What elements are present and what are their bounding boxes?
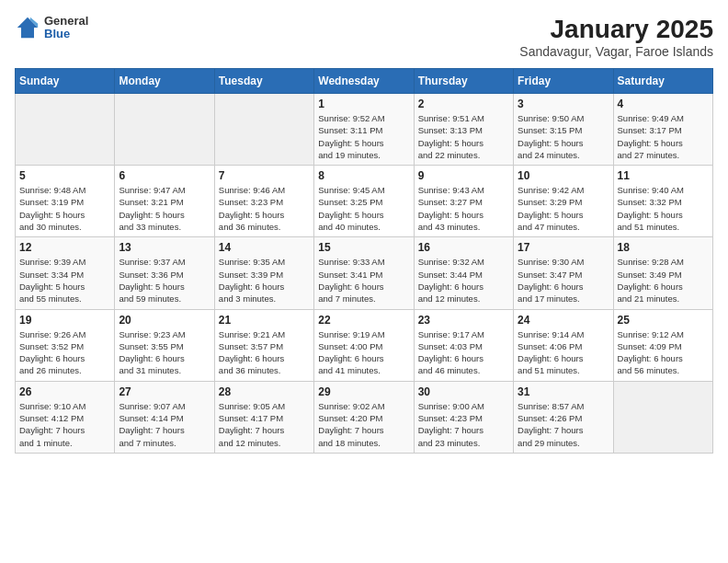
calendar-cell: 18Sunrise: 9:28 AM Sunset: 3:49 PM Dayli… — [613, 237, 712, 309]
day-number: 8 — [318, 169, 409, 182]
day-info: Sunrise: 9:19 AM Sunset: 4:00 PM Dayligh… — [318, 328, 409, 377]
calendar-body: 1Sunrise: 9:52 AM Sunset: 3:11 PM Daylig… — [16, 94, 713, 454]
calendar-cell — [16, 94, 115, 166]
logo: General Blue — [15, 15, 88, 41]
day-number: 1 — [318, 98, 409, 110]
day-number: 24 — [518, 314, 609, 327]
day-info: Sunrise: 9:43 AM Sunset: 3:27 PM Dayligh… — [418, 184, 509, 233]
logo-blue: Blue — [44, 28, 88, 40]
calendar-cell: 12Sunrise: 9:39 AM Sunset: 3:34 PM Dayli… — [16, 237, 115, 309]
week-row-4: 19Sunrise: 9:26 AM Sunset: 3:52 PM Dayli… — [16, 309, 713, 381]
day-info: Sunrise: 9:30 AM Sunset: 3:47 PM Dayligh… — [518, 256, 609, 304]
calendar-cell: 4Sunrise: 9:49 AM Sunset: 3:17 PM Daylig… — [613, 94, 712, 166]
day-number: 6 — [119, 169, 210, 182]
calendar-cell: 26Sunrise: 9:10 AM Sunset: 4:12 PM Dayli… — [16, 381, 115, 453]
day-number: 5 — [19, 169, 110, 182]
calendar-cell: 28Sunrise: 9:05 AM Sunset: 4:17 PM Dayli… — [214, 381, 313, 453]
day-number: 10 — [518, 169, 609, 182]
day-info: Sunrise: 9:47 AM Sunset: 3:21 PM Dayligh… — [119, 184, 210, 233]
day-number: 31 — [518, 385, 609, 398]
day-info: Sunrise: 9:00 AM Sunset: 4:23 PM Dayligh… — [418, 400, 509, 449]
calendar-cell: 6Sunrise: 9:47 AM Sunset: 3:21 PM Daylig… — [115, 166, 214, 237]
logo-icon — [15, 15, 40, 40]
calendar-cell: 1Sunrise: 9:52 AM Sunset: 3:11 PM Daylig… — [314, 94, 414, 166]
calendar-cell: 15Sunrise: 9:33 AM Sunset: 3:41 PM Dayli… — [314, 237, 414, 309]
day-info: Sunrise: 9:26 AM Sunset: 3:52 PM Dayligh… — [19, 328, 110, 377]
title-area: January 2025 Sandavagur, Vagar, Faroe Is… — [519, 15, 713, 59]
day-info: Sunrise: 8:57 AM Sunset: 4:26 PM Dayligh… — [518, 400, 609, 449]
calendar-cell: 3Sunrise: 9:50 AM Sunset: 3:15 PM Daylig… — [514, 94, 613, 166]
calendar-cell — [115, 94, 214, 166]
day-number: 25 — [618, 314, 709, 327]
day-info: Sunrise: 9:02 AM Sunset: 4:20 PM Dayligh… — [318, 400, 409, 449]
day-number: 23 — [418, 314, 509, 327]
weekday-header-monday: Monday — [115, 69, 214, 94]
day-number: 26 — [19, 385, 110, 398]
calendar-cell: 22Sunrise: 9:19 AM Sunset: 4:00 PM Dayli… — [314, 309, 414, 381]
day-number: 29 — [318, 385, 409, 398]
day-info: Sunrise: 9:07 AM Sunset: 4:14 PM Dayligh… — [119, 400, 210, 449]
day-number: 15 — [318, 241, 409, 254]
day-info: Sunrise: 9:46 AM Sunset: 3:23 PM Dayligh… — [219, 184, 310, 233]
weekday-header-saturday: Saturday — [613, 69, 712, 94]
day-info: Sunrise: 9:50 AM Sunset: 3:15 PM Dayligh… — [518, 112, 609, 161]
day-info: Sunrise: 9:33 AM Sunset: 3:41 PM Dayligh… — [318, 256, 409, 304]
day-number: 16 — [418, 241, 509, 254]
calendar-cell: 24Sunrise: 9:14 AM Sunset: 4:06 PM Dayli… — [514, 309, 613, 381]
day-info: Sunrise: 9:52 AM Sunset: 3:11 PM Dayligh… — [318, 112, 409, 161]
weekday-header-sunday: Sunday — [16, 69, 115, 94]
day-info: Sunrise: 9:17 AM Sunset: 4:03 PM Dayligh… — [418, 328, 509, 377]
day-info: Sunrise: 9:35 AM Sunset: 3:39 PM Dayligh… — [219, 256, 310, 304]
calendar-cell: 17Sunrise: 9:30 AM Sunset: 3:47 PM Dayli… — [514, 237, 613, 309]
calendar-cell: 23Sunrise: 9:17 AM Sunset: 4:03 PM Dayli… — [414, 309, 513, 381]
day-number: 14 — [219, 241, 310, 254]
calendar-cell: 14Sunrise: 9:35 AM Sunset: 3:39 PM Dayli… — [214, 237, 313, 309]
day-number: 3 — [518, 98, 609, 110]
calendar-cell: 11Sunrise: 9:40 AM Sunset: 3:32 PM Dayli… — [613, 166, 712, 237]
logo-text: General Blue — [44, 15, 88, 41]
day-info: Sunrise: 9:12 AM Sunset: 4:09 PM Dayligh… — [618, 328, 709, 377]
day-number: 18 — [618, 241, 709, 254]
day-info: Sunrise: 9:10 AM Sunset: 4:12 PM Dayligh… — [19, 400, 110, 449]
day-number: 22 — [318, 314, 409, 327]
day-number: 9 — [418, 169, 509, 182]
week-row-3: 12Sunrise: 9:39 AM Sunset: 3:34 PM Dayli… — [16, 237, 713, 309]
calendar-cell: 30Sunrise: 9:00 AM Sunset: 4:23 PM Dayli… — [414, 381, 513, 453]
calendar-cell: 10Sunrise: 9:42 AM Sunset: 3:29 PM Dayli… — [514, 166, 613, 237]
day-number: 2 — [418, 98, 509, 110]
day-info: Sunrise: 9:05 AM Sunset: 4:17 PM Dayligh… — [219, 400, 310, 449]
day-number: 20 — [119, 314, 210, 327]
day-number: 7 — [219, 169, 310, 182]
calendar-cell: 25Sunrise: 9:12 AM Sunset: 4:09 PM Dayli… — [613, 309, 712, 381]
day-number: 19 — [19, 314, 110, 327]
calendar-cell: 27Sunrise: 9:07 AM Sunset: 4:14 PM Dayli… — [115, 381, 214, 453]
calendar-table: SundayMondayTuesdayWednesdayThursdayFrid… — [15, 68, 713, 454]
calendar-cell — [214, 94, 313, 166]
calendar-cell: 8Sunrise: 9:45 AM Sunset: 3:25 PM Daylig… — [314, 166, 414, 237]
calendar-cell: 21Sunrise: 9:21 AM Sunset: 3:57 PM Dayli… — [214, 309, 313, 381]
calendar-cell — [613, 381, 712, 453]
calendar-cell: 9Sunrise: 9:43 AM Sunset: 3:27 PM Daylig… — [414, 166, 513, 237]
calendar-cell: 20Sunrise: 9:23 AM Sunset: 3:55 PM Dayli… — [115, 309, 214, 381]
weekday-header-thursday: Thursday — [414, 69, 513, 94]
day-info: Sunrise: 9:51 AM Sunset: 3:13 PM Dayligh… — [418, 112, 509, 161]
weekday-header-row: SundayMondayTuesdayWednesdayThursdayFrid… — [16, 69, 713, 94]
weekday-header-wednesday: Wednesday — [314, 69, 414, 94]
day-number: 17 — [518, 241, 609, 254]
calendar-subtitle: Sandavagur, Vagar, Faroe Islands — [519, 44, 713, 59]
calendar-cell: 5Sunrise: 9:48 AM Sunset: 3:19 PM Daylig… — [16, 166, 115, 237]
day-number: 13 — [119, 241, 210, 254]
week-row-2: 5Sunrise: 9:48 AM Sunset: 3:19 PM Daylig… — [16, 166, 713, 237]
day-info: Sunrise: 9:32 AM Sunset: 3:44 PM Dayligh… — [418, 256, 509, 304]
day-info: Sunrise: 9:28 AM Sunset: 3:49 PM Dayligh… — [618, 256, 709, 304]
calendar-cell: 16Sunrise: 9:32 AM Sunset: 3:44 PM Dayli… — [414, 237, 513, 309]
calendar-cell: 2Sunrise: 9:51 AM Sunset: 3:13 PM Daylig… — [414, 94, 513, 166]
day-info: Sunrise: 9:39 AM Sunset: 3:34 PM Dayligh… — [19, 256, 110, 304]
calendar-cell: 13Sunrise: 9:37 AM Sunset: 3:36 PM Dayli… — [115, 237, 214, 309]
day-number: 11 — [618, 169, 709, 182]
week-row-5: 26Sunrise: 9:10 AM Sunset: 4:12 PM Dayli… — [16, 381, 713, 453]
calendar-cell: 7Sunrise: 9:46 AM Sunset: 3:23 PM Daylig… — [214, 166, 313, 237]
week-row-1: 1Sunrise: 9:52 AM Sunset: 3:11 PM Daylig… — [16, 94, 713, 166]
day-info: Sunrise: 9:14 AM Sunset: 4:06 PM Dayligh… — [518, 328, 609, 377]
day-number: 27 — [119, 385, 210, 398]
